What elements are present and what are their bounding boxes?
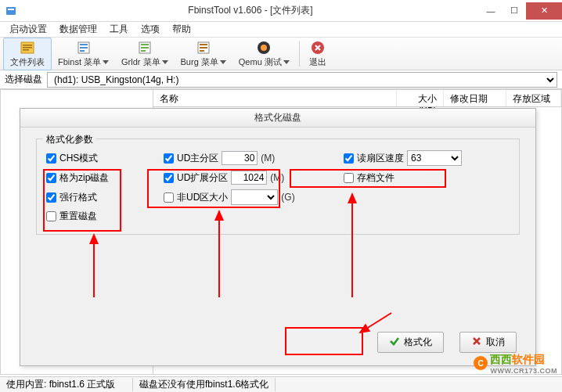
status-left: 使用内置: fbinst1.6 正式版	[0, 378, 133, 391]
menu-data[interactable]: 数据管理	[53, 22, 103, 37]
col-name[interactable]: 名称	[153, 90, 397, 106]
chevron-down-icon	[162, 60, 168, 64]
column-headers: 名称 大小(KB) 修改日期 存放区域	[153, 90, 561, 107]
svg-rect-17	[200, 50, 204, 52]
zip-disk-checkbox[interactable]: 格为zip磁盘	[46, 171, 148, 185]
col-size[interactable]: 大小(KB)	[397, 90, 444, 106]
toolbar-qemu-test[interactable]: Qemu 测试	[232, 38, 296, 70]
force-format-checkbox[interactable]: 强行格式	[46, 191, 148, 204]
chevron-down-icon	[220, 60, 226, 64]
format-button[interactable]: 格式化	[377, 332, 444, 353]
reset-disk-checkbox[interactable]: 重置磁盘	[46, 210, 148, 223]
titlebar: FbinstTool v1.606 - [文件列表] — ☐ ✕	[0, 0, 562, 22]
burg-menu-icon	[196, 40, 211, 56]
fieldset-legend: 格式化参数	[43, 133, 96, 146]
cancel-button[interactable]: 取消	[459, 332, 517, 353]
svg-rect-15	[200, 44, 207, 45]
svg-rect-4	[23, 47, 32, 49]
svg-rect-7	[80, 44, 88, 45]
check-icon	[389, 336, 400, 349]
svg-rect-16	[200, 47, 207, 49]
qemu-icon	[256, 40, 272, 56]
disk-selector-row: 选择磁盘 (hd1): USB_Kingston(14g, H:)	[0, 70, 562, 89]
grldr-menu-icon	[137, 40, 153, 56]
chevron-down-icon	[103, 60, 109, 64]
maximize-button[interactable]: ☐	[503, 2, 526, 20]
svg-rect-5	[23, 49, 29, 51]
svg-rect-8	[80, 47, 88, 49]
toolbar-label: Burg 菜单	[181, 56, 226, 68]
toolbar-label: 文件列表	[10, 56, 45, 68]
col-date[interactable]: 修改日期	[444, 90, 506, 106]
ud-ext-checkbox[interactable]: UD扩展分区	[164, 171, 228, 185]
toolbar-label: Qemu 测试	[239, 56, 290, 68]
app-icon	[5, 5, 17, 17]
svg-text:C: C	[478, 359, 484, 368]
sector-speed-checkbox[interactable]: 读扇区速度	[344, 152, 404, 165]
toolbar-file-list[interactable]: 文件列表	[3, 38, 52, 70]
archive-file-checkbox[interactable]: 存档文件	[344, 171, 394, 185]
menu-options[interactable]: 选项	[135, 22, 166, 37]
toolbar-separator	[299, 41, 300, 67]
sector-speed-select[interactable]: 63	[407, 150, 462, 166]
toolbar-label: Fbinst 菜单	[58, 56, 109, 68]
svg-point-19	[261, 45, 267, 51]
unit-m: (M)	[270, 172, 284, 183]
ud-main-input[interactable]	[222, 151, 258, 165]
dialog-title: 格式化磁盘	[20, 109, 535, 128]
status-center: 磁盘还没有使用fbinst1.6格式化	[133, 378, 276, 391]
unit-m: (M)	[261, 153, 275, 164]
close-button[interactable]: ✕	[526, 2, 562, 20]
toolbar-fbinst-menu[interactable]: Fbinst 菜单	[52, 38, 115, 70]
disk-select[interactable]: (hd1): USB_Kingston(14g, H:)	[47, 72, 557, 88]
fbinst-menu-icon	[76, 40, 92, 56]
non-ud-size-checkbox[interactable]: 非UD区大小	[164, 191, 228, 204]
x-icon	[471, 336, 482, 349]
svg-rect-3	[23, 45, 32, 46]
unit-g: (G)	[281, 192, 294, 203]
chs-mode-checkbox[interactable]: CHS模式	[46, 152, 148, 165]
format-dialog: 格式化磁盘 格式化参数 CHS模式 UD主分区 (M) 读扇区速度 63 格为z…	[20, 108, 536, 366]
svg-rect-12	[141, 47, 149, 49]
toolbar-label: Grldr 菜单	[121, 56, 168, 68]
toolbar: 文件列表 Fbinst 菜单 Grldr 菜单 Burg 菜单 Qemu 测试 …	[0, 38, 562, 70]
toolbar-exit[interactable]: 退出	[303, 38, 333, 70]
chevron-down-icon	[283, 60, 290, 64]
window-title: FbinstTool v1.606 - [文件列表]	[22, 4, 479, 17]
exit-icon	[310, 40, 326, 56]
watermark-logo-icon: C	[473, 355, 488, 373]
non-ud-size-select[interactable]	[231, 189, 278, 205]
file-list-icon	[20, 40, 35, 56]
svg-rect-1	[8, 9, 14, 10]
menu-help[interactable]: 帮助	[166, 22, 197, 37]
menubar: 启动设置 数据管理 工具 选项 帮助	[0, 22, 562, 38]
toolbar-label: 退出	[309, 56, 326, 68]
ud-main-checkbox[interactable]: UD主分区	[164, 152, 218, 165]
minimize-button[interactable]: —	[479, 2, 503, 20]
format-params-fieldset: 格式化参数 CHS模式 UD主分区 (M) 读扇区速度 63 格为zip磁盘 U…	[36, 138, 520, 235]
svg-rect-11	[141, 44, 149, 45]
svg-rect-9	[80, 50, 85, 52]
watermark: C 西西软件园 WWW.CR173.COM	[473, 353, 557, 375]
toolbar-grldr-menu[interactable]: Grldr 菜单	[115, 38, 175, 70]
svg-rect-13	[141, 50, 146, 52]
col-location[interactable]: 存放区域	[506, 90, 561, 106]
status-bar: 使用内置: fbinst1.6 正式版 磁盘还没有使用fbinst1.6格式化	[0, 376, 562, 392]
toolbar-burg-menu[interactable]: Burg 菜单	[175, 38, 232, 70]
menu-tools[interactable]: 工具	[103, 22, 135, 37]
menu-startup[interactable]: 启动设置	[3, 22, 53, 37]
svg-rect-0	[6, 7, 16, 15]
ud-ext-input[interactable]	[231, 171, 267, 185]
disk-label: 选择磁盘	[5, 73, 42, 86]
